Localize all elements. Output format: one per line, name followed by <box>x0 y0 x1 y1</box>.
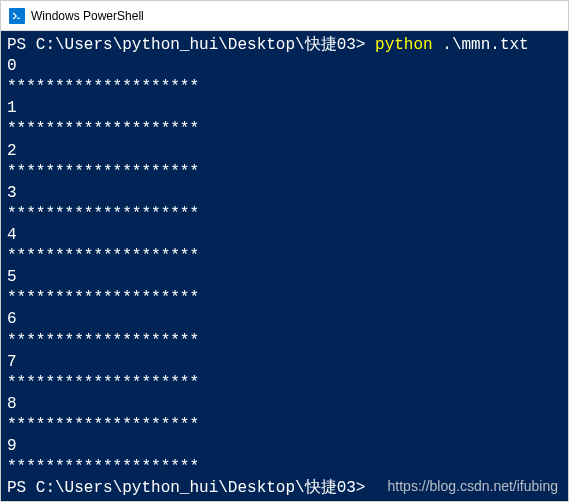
output-line: 1 <box>7 98 562 119</box>
separator-line: ******************** <box>7 119 562 140</box>
watermark-text: https://blog.csdn.net/ifubing <box>388 477 558 495</box>
prompt-gt: > <box>356 479 366 497</box>
powershell-icon <box>9 8 25 24</box>
output-line: 4 <box>7 225 562 246</box>
prompt-prefix: PS <box>7 479 36 497</box>
prompt-prefix: PS <box>7 36 36 54</box>
command-text: python <box>375 36 433 54</box>
separator-line: ******************** <box>7 373 562 394</box>
separator-line: ******************** <box>7 415 562 436</box>
separator-line: ******************** <box>7 162 562 183</box>
output-line: 7 <box>7 352 562 373</box>
output-line: 6 <box>7 309 562 330</box>
separator-line: ******************** <box>7 246 562 267</box>
prompt-path: C:\Users\python_hui\Desktop\快捷03 <box>36 36 356 54</box>
prompt-gt: > <box>356 36 375 54</box>
output-line: 9 <box>7 436 562 457</box>
output-line: 3 <box>7 183 562 204</box>
separator-line: ******************** <box>7 288 562 309</box>
output-line: 5 <box>7 267 562 288</box>
prompt-line-1: PS C:\Users\python_hui\Desktop\快捷03> pyt… <box>7 35 562 56</box>
output-line: 8 <box>7 394 562 415</box>
separator-line: ******************** <box>7 77 562 98</box>
command-args: .\mmn.txt <box>433 36 529 54</box>
separator-line: ******************** <box>7 457 562 478</box>
terminal-area[interactable]: PS C:\Users\python_hui\Desktop\快捷03> pyt… <box>1 31 568 501</box>
output-line: 2 <box>7 141 562 162</box>
title-bar: Windows PowerShell <box>1 1 568 31</box>
output-line: 0 <box>7 56 562 77</box>
window-title: Windows PowerShell <box>31 9 144 23</box>
prompt-path: C:\Users\python_hui\Desktop\快捷03 <box>36 479 356 497</box>
separator-line: ******************** <box>7 204 562 225</box>
separator-line: ******************** <box>7 331 562 352</box>
